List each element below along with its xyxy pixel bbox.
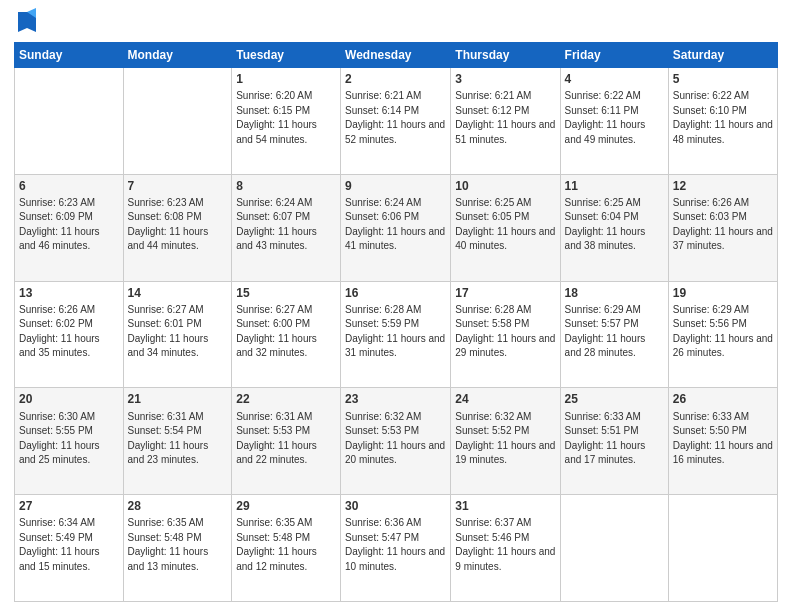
day-number: 1 [236,71,336,87]
page: SundayMondayTuesdayWednesdayThursdayFrid… [0,0,792,612]
day-info: Sunrise: 6:35 AMSunset: 5:48 PMDaylight:… [236,517,317,572]
day-info: Sunrise: 6:35 AMSunset: 5:48 PMDaylight:… [128,517,209,572]
day-info: Sunrise: 6:33 AMSunset: 5:50 PMDaylight:… [673,411,773,466]
calendar-cell: 21Sunrise: 6:31 AMSunset: 5:54 PMDayligh… [123,388,232,495]
day-info: Sunrise: 6:25 AMSunset: 6:04 PMDaylight:… [565,197,646,252]
calendar-cell [668,495,777,602]
day-info: Sunrise: 6:25 AMSunset: 6:05 PMDaylight:… [455,197,555,252]
day-info: Sunrise: 6:24 AMSunset: 6:07 PMDaylight:… [236,197,317,252]
day-info: Sunrise: 6:27 AMSunset: 6:01 PMDaylight:… [128,304,209,359]
day-info: Sunrise: 6:34 AMSunset: 5:49 PMDaylight:… [19,517,100,572]
day-info: Sunrise: 6:27 AMSunset: 6:00 PMDaylight:… [236,304,317,359]
calendar-cell [15,68,124,175]
calendar-cell: 30Sunrise: 6:36 AMSunset: 5:47 PMDayligh… [341,495,451,602]
day-info: Sunrise: 6:30 AMSunset: 5:55 PMDaylight:… [19,411,100,466]
weekday-header-monday: Monday [123,43,232,68]
day-info: Sunrise: 6:31 AMSunset: 5:53 PMDaylight:… [236,411,317,466]
calendar-cell: 4Sunrise: 6:22 AMSunset: 6:11 PMDaylight… [560,68,668,175]
day-number: 19 [673,285,773,301]
calendar-cell: 13Sunrise: 6:26 AMSunset: 6:02 PMDayligh… [15,281,124,388]
day-info: Sunrise: 6:32 AMSunset: 5:52 PMDaylight:… [455,411,555,466]
calendar-cell: 27Sunrise: 6:34 AMSunset: 5:49 PMDayligh… [15,495,124,602]
weekday-header-wednesday: Wednesday [341,43,451,68]
calendar-cell: 6Sunrise: 6:23 AMSunset: 6:09 PMDaylight… [15,174,124,281]
calendar-cell: 14Sunrise: 6:27 AMSunset: 6:01 PMDayligh… [123,281,232,388]
calendar-cell: 10Sunrise: 6:25 AMSunset: 6:05 PMDayligh… [451,174,560,281]
header [14,10,778,36]
calendar-cell: 11Sunrise: 6:25 AMSunset: 6:04 PMDayligh… [560,174,668,281]
day-info: Sunrise: 6:33 AMSunset: 5:51 PMDaylight:… [565,411,646,466]
calendar-cell: 29Sunrise: 6:35 AMSunset: 5:48 PMDayligh… [232,495,341,602]
day-info: Sunrise: 6:31 AMSunset: 5:54 PMDaylight:… [128,411,209,466]
day-number: 15 [236,285,336,301]
calendar-week-row: 27Sunrise: 6:34 AMSunset: 5:49 PMDayligh… [15,495,778,602]
calendar-cell [123,68,232,175]
calendar-week-row: 20Sunrise: 6:30 AMSunset: 5:55 PMDayligh… [15,388,778,495]
calendar-cell: 9Sunrise: 6:24 AMSunset: 6:06 PMDaylight… [341,174,451,281]
calendar-body: 1Sunrise: 6:20 AMSunset: 6:15 PMDaylight… [15,68,778,602]
calendar-table: SundayMondayTuesdayWednesdayThursdayFrid… [14,42,778,602]
day-number: 25 [565,391,664,407]
day-info: Sunrise: 6:32 AMSunset: 5:53 PMDaylight:… [345,411,445,466]
day-number: 18 [565,285,664,301]
day-info: Sunrise: 6:24 AMSunset: 6:06 PMDaylight:… [345,197,445,252]
calendar-cell: 26Sunrise: 6:33 AMSunset: 5:50 PMDayligh… [668,388,777,495]
calendar-cell: 8Sunrise: 6:24 AMSunset: 6:07 PMDaylight… [232,174,341,281]
day-info: Sunrise: 6:26 AMSunset: 6:03 PMDaylight:… [673,197,773,252]
calendar-cell: 28Sunrise: 6:35 AMSunset: 5:48 PMDayligh… [123,495,232,602]
calendar-cell: 1Sunrise: 6:20 AMSunset: 6:15 PMDaylight… [232,68,341,175]
logo [14,10,38,36]
day-number: 14 [128,285,228,301]
day-info: Sunrise: 6:23 AMSunset: 6:08 PMDaylight:… [128,197,209,252]
calendar-week-row: 6Sunrise: 6:23 AMSunset: 6:09 PMDaylight… [15,174,778,281]
weekday-header-saturday: Saturday [668,43,777,68]
calendar-cell: 16Sunrise: 6:28 AMSunset: 5:59 PMDayligh… [341,281,451,388]
day-number: 10 [455,178,555,194]
day-number: 12 [673,178,773,194]
day-number: 6 [19,178,119,194]
day-number: 26 [673,391,773,407]
day-info: Sunrise: 6:22 AMSunset: 6:10 PMDaylight:… [673,90,773,145]
calendar-cell: 20Sunrise: 6:30 AMSunset: 5:55 PMDayligh… [15,388,124,495]
calendar-week-row: 1Sunrise: 6:20 AMSunset: 6:15 PMDaylight… [15,68,778,175]
day-number: 31 [455,498,555,514]
day-info: Sunrise: 6:21 AMSunset: 6:14 PMDaylight:… [345,90,445,145]
weekday-header-tuesday: Tuesday [232,43,341,68]
day-number: 17 [455,285,555,301]
calendar-cell: 17Sunrise: 6:28 AMSunset: 5:58 PMDayligh… [451,281,560,388]
calendar-cell [560,495,668,602]
day-info: Sunrise: 6:29 AMSunset: 5:56 PMDaylight:… [673,304,773,359]
day-number: 21 [128,391,228,407]
calendar-cell: 2Sunrise: 6:21 AMSunset: 6:14 PMDaylight… [341,68,451,175]
calendar-cell: 18Sunrise: 6:29 AMSunset: 5:57 PMDayligh… [560,281,668,388]
day-info: Sunrise: 6:21 AMSunset: 6:12 PMDaylight:… [455,90,555,145]
calendar-cell: 12Sunrise: 6:26 AMSunset: 6:03 PMDayligh… [668,174,777,281]
calendar-cell: 5Sunrise: 6:22 AMSunset: 6:10 PMDaylight… [668,68,777,175]
day-number: 23 [345,391,446,407]
calendar-cell: 15Sunrise: 6:27 AMSunset: 6:00 PMDayligh… [232,281,341,388]
calendar-week-row: 13Sunrise: 6:26 AMSunset: 6:02 PMDayligh… [15,281,778,388]
calendar-cell: 7Sunrise: 6:23 AMSunset: 6:08 PMDaylight… [123,174,232,281]
day-number: 13 [19,285,119,301]
day-info: Sunrise: 6:20 AMSunset: 6:15 PMDaylight:… [236,90,317,145]
day-number: 5 [673,71,773,87]
day-number: 8 [236,178,336,194]
day-number: 4 [565,71,664,87]
day-info: Sunrise: 6:23 AMSunset: 6:09 PMDaylight:… [19,197,100,252]
calendar-cell: 22Sunrise: 6:31 AMSunset: 5:53 PMDayligh… [232,388,341,495]
weekday-row: SundayMondayTuesdayWednesdayThursdayFrid… [15,43,778,68]
day-number: 24 [455,391,555,407]
day-number: 20 [19,391,119,407]
weekday-header-thursday: Thursday [451,43,560,68]
day-number: 3 [455,71,555,87]
day-info: Sunrise: 6:36 AMSunset: 5:47 PMDaylight:… [345,517,445,572]
day-number: 11 [565,178,664,194]
day-info: Sunrise: 6:37 AMSunset: 5:46 PMDaylight:… [455,517,555,572]
day-number: 22 [236,391,336,407]
calendar-cell: 3Sunrise: 6:21 AMSunset: 6:12 PMDaylight… [451,68,560,175]
day-number: 2 [345,71,446,87]
day-info: Sunrise: 6:28 AMSunset: 5:58 PMDaylight:… [455,304,555,359]
day-info: Sunrise: 6:22 AMSunset: 6:11 PMDaylight:… [565,90,646,145]
day-number: 16 [345,285,446,301]
weekday-header-sunday: Sunday [15,43,124,68]
